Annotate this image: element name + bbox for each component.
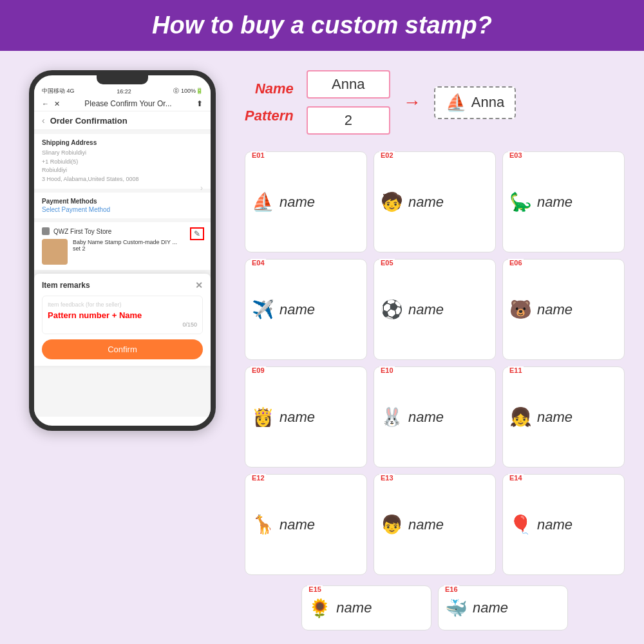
time: 16:22 xyxy=(117,88,131,95)
pattern-icon-e06: 🐻 xyxy=(509,299,532,320)
remarks-input-area[interactable]: Item feedback (for the seller) Pattern n… xyxy=(42,296,203,334)
pattern-name-e04: name xyxy=(279,301,315,318)
phone-section: 中国移动 4G 16:22 ⓪ 100%🔋 ← ✕ Please Confirm… xyxy=(19,64,225,630)
store-name: QWZ First Toy Store xyxy=(53,228,111,235)
pattern-icon-e14: 🎈 xyxy=(509,514,532,535)
phone-nav-bar: ← ✕ Please Confirm Your Or... ⬆ xyxy=(34,97,211,111)
pattern-card-e09[interactable]: E09 👸 name xyxy=(245,366,367,468)
confirm-button[interactable]: Confirm xyxy=(42,339,203,359)
remarks-close-button[interactable]: ✕ xyxy=(195,280,203,290)
back-arrow-icon[interactable]: ‹ xyxy=(42,115,45,126)
payment-link[interactable]: Select Payment Method xyxy=(42,206,203,213)
phone-content: ‹ Order Confirmation Shipping Address Sl… xyxy=(34,111,211,417)
pattern-icon-e11: 👧 xyxy=(509,406,532,428)
status-bar: 中国移动 4G 16:22 ⓪ 100%🔋 xyxy=(34,84,211,97)
shipping-arrow-icon[interactable]: › xyxy=(200,184,203,193)
phone-mockup: 中国移动 4G 16:22 ⓪ 100%🔋 ← ✕ Please Confirm… xyxy=(29,70,216,431)
pattern-name-e12: name xyxy=(279,516,315,533)
pattern-card-e14[interactable]: E14 🎈 name xyxy=(502,474,625,575)
stamp-preview: ⛵ Anna xyxy=(434,86,516,119)
pattern-card-e12[interactable]: E12 🦒 name xyxy=(245,474,367,575)
pattern-name-e15: name xyxy=(336,600,372,616)
back-button[interactable]: ← xyxy=(42,100,49,108)
pattern-name-e06: name xyxy=(537,301,573,318)
pattern-code-e15: E15 xyxy=(307,585,323,593)
pattern-card-e02[interactable]: E02 🧒 name xyxy=(374,151,496,252)
pattern-icon-e04: ✈️ xyxy=(252,299,274,320)
pattern-card-e13[interactable]: E13 👦 name xyxy=(374,474,496,575)
pattern-name-e09: name xyxy=(279,409,315,426)
input-labels: Name Pattern xyxy=(245,80,294,124)
pattern-code-e06: E06 xyxy=(508,259,524,267)
pattern-icon-e01: ⛵ xyxy=(252,191,274,213)
input-demo: Name Pattern Anna 2 → ⛵ Anna xyxy=(245,64,625,141)
share-button[interactable]: ⬆ xyxy=(196,99,203,108)
payment-section: Payment Methods Select Payment Method xyxy=(34,193,211,218)
pattern-name-e14: name xyxy=(537,516,573,533)
header-bar: How to buy a custom stamp? xyxy=(0,0,644,51)
pattern-icon-e05: ⚽ xyxy=(381,299,403,320)
payment-title: Payment Methods xyxy=(42,198,203,205)
battery: ⓪ 100%🔋 xyxy=(173,87,203,95)
pattern-icon-e16: 🐳 xyxy=(445,598,468,619)
pattern-label: Pattern xyxy=(245,108,294,124)
pattern-icon-e10: 🐰 xyxy=(381,406,403,428)
store-icon xyxy=(42,227,50,235)
pattern-card-e06[interactable]: E06 🐻 name xyxy=(502,259,625,360)
pattern-code-e05: E05 xyxy=(379,259,395,267)
pattern-grid: E01 ⛵ name E02 🧒 name E03 🦕 name E04 ✈️ … xyxy=(245,151,625,575)
pattern-grid-bottom: E15 🌻 name E16 🐳 name xyxy=(245,585,625,630)
remarks-count: 0/150 xyxy=(48,321,197,328)
pattern-name-e11: name xyxy=(537,409,573,426)
product-sub: set 2 xyxy=(73,245,177,252)
pattern-card-e10[interactable]: E10 🐰 name xyxy=(374,366,496,468)
shipping-title: Shipping Address xyxy=(42,139,203,146)
pattern-code-e09: E09 xyxy=(251,366,266,374)
pattern-icon-e12: 🦒 xyxy=(252,514,274,535)
pattern-code-e16: E16 xyxy=(444,585,459,593)
pattern-code-e14: E14 xyxy=(508,474,524,482)
pattern-icon-e15: 🌻 xyxy=(308,598,331,619)
pattern-name-e05: name xyxy=(408,301,444,318)
product-info: Baby Name Stamp Custom-made DIY ... set … xyxy=(73,239,177,265)
stamp-name: Anna xyxy=(471,94,504,111)
remarks-placeholder: Item feedback (for the seller) xyxy=(48,301,197,308)
pattern-card-e04[interactable]: E04 ✈️ name xyxy=(245,259,367,360)
remarks-header: Item remarks ✕ xyxy=(42,280,203,290)
pattern-code-e03: E03 xyxy=(508,151,524,159)
nav-title: Please Confirm Your Or... xyxy=(65,99,191,108)
pattern-name-e13: name xyxy=(408,516,444,533)
close-button[interactable]: ✕ xyxy=(54,100,60,108)
pattern-card-e05[interactable]: E05 ⚽ name xyxy=(374,259,496,360)
remarks-popup: Item remarks ✕ Item feedback (for the se… xyxy=(34,274,211,366)
boat-icon: ⛵ xyxy=(446,93,466,113)
pattern-name-e10: name xyxy=(408,409,444,426)
remarks-title: Item remarks xyxy=(42,281,90,290)
pattern-card-e11[interactable]: E11 👧 name xyxy=(502,366,625,468)
carrier: 中国移动 4G xyxy=(42,87,75,95)
name-input-box[interactable]: Anna xyxy=(307,70,390,99)
pattern-icon-e02: 🧒 xyxy=(381,191,403,213)
pattern-input-box[interactable]: 2 xyxy=(307,106,390,135)
page-title: How to buy a custom stamp? xyxy=(152,12,492,39)
pattern-code-e10: E10 xyxy=(379,366,395,374)
pattern-code-e02: E02 xyxy=(379,151,395,159)
shipping-content: Slinary Robiuldiyi +1 Robiuldi(5) Robiul… xyxy=(42,149,203,184)
edit-icon-box[interactable]: ✎ xyxy=(190,227,204,240)
pattern-name-e03: name xyxy=(537,194,573,211)
shipping-section: Shipping Address Slinary Robiuldiyi +1 R… xyxy=(34,134,211,189)
pattern-card-e15[interactable]: E15 🌻 name xyxy=(301,585,431,630)
pattern-code-e01: E01 xyxy=(251,151,266,159)
pattern-code-e04: E04 xyxy=(251,259,266,267)
pattern-icon-e03: 🦕 xyxy=(509,191,532,213)
product-row: Baby Name Stamp Custom-made DIY ... set … xyxy=(42,239,203,265)
pattern-card-e03[interactable]: E03 🦕 name xyxy=(502,151,625,252)
arrow-right-icon: → xyxy=(403,92,421,113)
name-label: Name xyxy=(245,80,294,97)
pattern-card-e16[interactable]: E16 🐳 name xyxy=(438,585,568,630)
pattern-name-e01: name xyxy=(279,194,315,211)
pattern-card-e01[interactable]: E01 ⛵ name xyxy=(245,151,367,252)
order-header-row: ‹ Order Confirmation xyxy=(34,111,211,130)
store-section: QWZ First Toy Store ✎ Baby Name Stamp Cu… xyxy=(34,222,211,270)
store-header: QWZ First Toy Store xyxy=(42,227,203,235)
